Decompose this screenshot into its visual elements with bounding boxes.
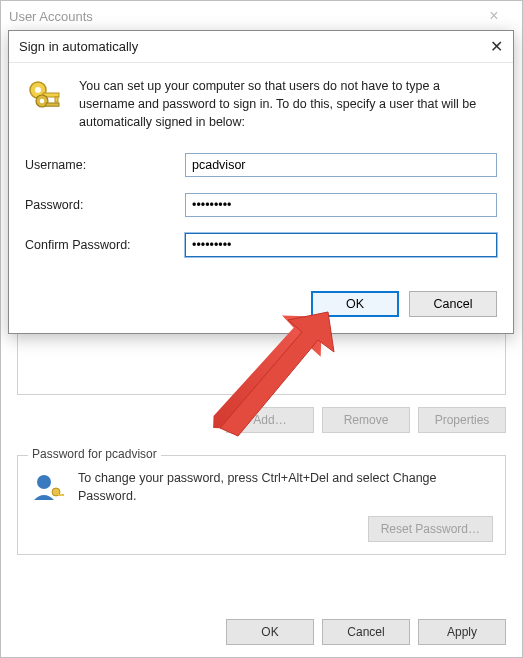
credentials-form: Username: Password: Confirm Password: [25, 153, 497, 257]
svg-rect-6 [55, 97, 58, 102]
password-groupbox: Password for pcadvisor To change your pa… [17, 455, 506, 555]
modal-titlebar: Sign in automatically ✕ [9, 31, 513, 63]
username-label: Username: [25, 158, 185, 172]
remove-button: Remove [322, 407, 410, 433]
parent-close-icon[interactable]: × [474, 7, 514, 25]
username-field[interactable] [185, 153, 497, 177]
parent-cancel-button[interactable]: Cancel [322, 619, 410, 645]
svg-point-8 [40, 99, 45, 104]
modal-footer: OK Cancel [9, 291, 513, 333]
password-field[interactable] [185, 193, 497, 217]
svg-rect-9 [46, 103, 59, 106]
keys-icon [25, 77, 65, 117]
svg-point-4 [35, 87, 41, 93]
password-label: Password: [25, 198, 185, 212]
confirm-password-field[interactable] [185, 233, 497, 257]
parent-titlebar: User Accounts × [1, 1, 522, 31]
modal-cancel-button[interactable]: Cancel [409, 291, 497, 317]
sign-in-automatically-dialog: Sign in automatically ✕ You can set up y… [8, 30, 514, 334]
add-button: Add… [226, 407, 314, 433]
modal-description: You can set up your computer so that use… [79, 77, 497, 131]
user-buttons-row: Add… Remove Properties [17, 407, 506, 433]
modal-title: Sign in automatically [19, 39, 463, 54]
parent-footer: OK Cancel Apply [226, 619, 506, 645]
svg-rect-2 [58, 494, 64, 496]
modal-close-icon[interactable]: ✕ [463, 37, 503, 56]
parent-ok-button[interactable]: OK [226, 619, 314, 645]
reset-password-button: Reset Password… [368, 516, 493, 542]
modal-ok-button[interactable]: OK [311, 291, 399, 317]
user-keys-icon [30, 470, 66, 506]
group-text: To change your password, press Ctrl+Alt+… [78, 470, 493, 505]
svg-point-0 [37, 475, 51, 489]
parent-apply-button[interactable]: Apply [418, 619, 506, 645]
properties-button: Properties [418, 407, 506, 433]
modal-body: You can set up your computer so that use… [9, 63, 513, 291]
confirm-password-label: Confirm Password: [25, 238, 185, 252]
group-legend: Password for pcadvisor [28, 447, 161, 461]
parent-title: User Accounts [9, 9, 474, 24]
